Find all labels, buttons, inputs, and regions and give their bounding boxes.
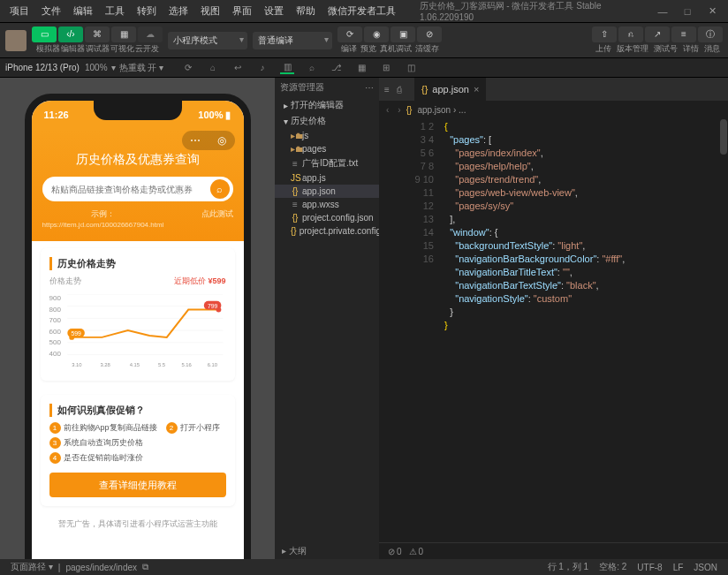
tree-file-projectprivate[interactable]: {}project.private.config.js… (275, 224, 379, 238)
sb-encoding[interactable]: UTF-8 (632, 563, 667, 572)
sb-grid-icon[interactable]: ▦ (354, 62, 368, 74)
sb-refresh-icon[interactable]: ⟳ (181, 62, 195, 74)
sb-back-icon[interactable]: ↩ (231, 62, 245, 74)
tree-file-projectconfig[interactable]: {}project.config.json (275, 211, 379, 224)
outline-header[interactable]: ▸ 大纲 (275, 543, 379, 559)
compile-mode-select[interactable]: 小程序模式 (168, 32, 247, 49)
minimize-button[interactable]: — (650, 3, 675, 20)
sb-home-icon[interactable]: ⌂ (206, 62, 220, 74)
editor-list-icon[interactable]: ≡ (384, 85, 390, 95)
sb-eol[interactable]: LF (668, 563, 689, 572)
svg-text:799: 799 (208, 303, 218, 309)
tab-appjson[interactable]: {} app.json × (414, 78, 486, 101)
tree-file-appjs[interactable]: JSapp.js (275, 171, 379, 185)
capsule-close-icon[interactable]: ◎ (216, 134, 228, 147)
tutorial-button[interactable]: 查看详细使用教程 (49, 473, 226, 497)
ytick: 600 (49, 328, 61, 336)
sb-cursor[interactable]: 行 1，列 1 (542, 561, 595, 573)
menu-select[interactable]: 选择 (163, 4, 194, 18)
simulator-optionbar: iPhone 12/13 (Pro) 100% ▾ 热重载 开 ▾ ⟳ ⌂ ↩ … (0, 58, 728, 78)
version-button[interactable]: ⎌ (618, 26, 643, 42)
remote-debug-button[interactable]: ▣ (391, 26, 415, 42)
details-button[interactable]: ≡ (671, 26, 696, 42)
zoom-select[interactable]: 100% (85, 63, 108, 72)
search-button[interactable]: ⌕ (210, 179, 230, 199)
ytick: 400 (49, 350, 61, 358)
compile-button[interactable]: ⟳ (337, 26, 362, 42)
tree-project-root[interactable]: ▾ 历史价格 (275, 113, 379, 129)
avatar[interactable] (5, 30, 27, 51)
cloud-toggle[interactable]: ☁ (138, 26, 163, 42)
miniprogram-capsule[interactable]: ⋯ ◎ (182, 131, 235, 150)
menu-file[interactable]: 文件 (35, 4, 67, 18)
menu-tool[interactable]: 工具 (99, 4, 131, 18)
preview-button[interactable]: ◉ (364, 26, 389, 42)
example-test-link[interactable]: 点此测试 (201, 208, 233, 229)
tab-close-icon[interactable]: × (474, 84, 479, 95)
tree-folder-pages[interactable]: ▸🖿pages (275, 142, 379, 155)
simulator-toggle[interactable]: ▭ (32, 26, 57, 42)
sb-spaces[interactable]: 空格: 2 (594, 561, 632, 573)
tree-file-appwxss[interactable]: ≡app.wxss (275, 198, 379, 211)
explorer-pane: 资源管理器 ⋯ ▸ 打开的编辑器 ▾ 历史价格 ▸🖿js ▸🖿pages ≡广告… (275, 78, 379, 559)
sb-pagepath-label[interactable]: 页面路径 ▾ (5, 561, 58, 573)
step-1: 1前往购物App复制商品链接 (49, 422, 157, 434)
example-url: https://item.jd.com/100026667904.html (42, 221, 164, 229)
scene-select[interactable]: 普通编译 (253, 32, 332, 49)
debugger-toggle[interactable]: ⌘ (85, 26, 110, 42)
tree-folder-js[interactable]: ▸🖿js (275, 129, 379, 142)
tree-open-editors[interactable]: ▸ 打开的编辑器 (275, 97, 379, 113)
code-body[interactable]: { "pages": [ "pages/index/index", "pages… (439, 118, 719, 542)
chart-svg: 599 799 3.10 3.28 4.15 5.5 5.16 6.10 (64, 294, 226, 372)
sb-ext-icon[interactable]: ◫ (404, 62, 418, 74)
explorer-more-icon[interactable]: ⋯ (365, 83, 374, 93)
chart-subtitle-left: 价格走势 (49, 276, 81, 287)
menu-devtools[interactable]: 微信开发者工具 (322, 4, 402, 18)
ide-statusbar: 页面路径 ▾ | pages/index/index ⧉ 行 1，列 1 空格:… (0, 559, 728, 575)
breadcrumb-text[interactable]: app.json › ... (417, 105, 466, 115)
maximize-button[interactable]: □ (675, 3, 700, 20)
sb-search-icon[interactable]: ⌕ (305, 62, 319, 74)
menu-view[interactable]: 视图 (194, 4, 226, 18)
sb-bug-icon[interactable]: ⊞ (379, 62, 393, 74)
tb-label-sim: 模拟器 (36, 43, 60, 55)
menu-help[interactable]: 帮助 (290, 4, 322, 18)
visual-toggle[interactable]: ▦ (111, 26, 136, 42)
toolbar: ▭ ‹/› ⌘ ▦ ☁ 模拟器 编辑器 调试器 可视化 云开发 小程序模式 普通… (0, 23, 728, 58)
menu-settings[interactable]: 设置 (258, 4, 290, 18)
device-select[interactable]: iPhone 12/13 (Pro) (5, 63, 80, 72)
search-input[interactable] (51, 185, 210, 194)
editor-scrollbar[interactable] (719, 118, 728, 542)
upload-button[interactable]: ⇧ (592, 26, 617, 42)
errors-count[interactable]: ⊘ 0 (388, 547, 402, 556)
hotreload-toggle[interactable]: 热重载 开 ▾ (119, 62, 164, 74)
editor-toggle[interactable]: ‹/› (58, 26, 83, 42)
close-button[interactable]: ✕ (700, 3, 724, 20)
menu-goto[interactable]: 转到 (131, 4, 163, 18)
price-chart: 900 800 700 600 500 400 (49, 294, 226, 372)
capsule-menu-icon[interactable]: ⋯ (189, 134, 201, 147)
tb-label-cloud: 云开发 (135, 43, 159, 55)
sb-page-icon[interactable]: ▥ (280, 62, 294, 74)
tree-file-adtxt[interactable]: ≡广告ID配置.txt (275, 155, 379, 171)
howto-card: 如何识别真假促销？ 1前往购物App复制商品链接 2打开小程序 3系统自动查询历… (41, 395, 235, 506)
sb-lang[interactable]: JSON (688, 563, 723, 572)
sb-mute-icon[interactable]: ♪ (255, 62, 269, 74)
menu-project[interactable]: 项目 (4, 4, 35, 18)
clear-cache-button[interactable]: ⊘ (417, 26, 442, 42)
message-button[interactable]: ⓘ (698, 26, 723, 42)
test-account-button[interactable]: ↗ (645, 26, 670, 42)
sb-branch-icon[interactable]: ⎇ (330, 62, 344, 74)
copy-icon[interactable]: ⧉ (142, 562, 148, 572)
nav-fwd-icon[interactable]: › (398, 105, 400, 115)
nav-back-icon[interactable]: ‹ (386, 105, 389, 115)
menu-edit[interactable]: 编辑 (67, 4, 99, 18)
svg-text:4.15: 4.15 (130, 362, 140, 367)
lbl-version: 版本管理 (617, 43, 648, 55)
editor-bookmark-icon[interactable]: ⎙ (397, 85, 402, 95)
tree-file-appjson[interactable]: {}app.json (275, 185, 379, 198)
menu-ui[interactable]: 界面 (226, 4, 258, 18)
svg-text:599: 599 (71, 330, 81, 337)
sb-pagepath[interactable]: pages/index/index (60, 563, 142, 572)
warnings-count[interactable]: ⚠ 0 (409, 547, 424, 556)
